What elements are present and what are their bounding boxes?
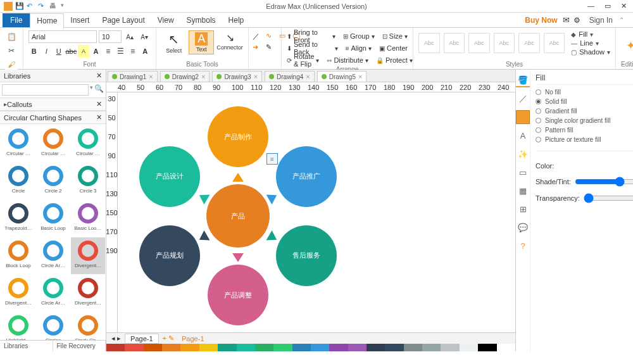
- find-icon[interactable]: ✦: [626, 39, 633, 53]
- diagram-node[interactable]: 产品调整: [208, 265, 268, 325]
- tab-symbols[interactable]: Symbols: [180, 13, 222, 27]
- font-color-button[interactable]: A: [91, 45, 101, 58]
- palette-color[interactable]: [292, 344, 311, 351]
- fill-option[interactable]: Gradient fill: [536, 106, 633, 116]
- line-shape-icon[interactable]: ／: [253, 32, 264, 41]
- line-spacing-button[interactable]: ☰: [115, 45, 126, 58]
- style-preset[interactable]: Abc: [418, 33, 440, 53]
- diagram-node[interactable]: 产品设计: [139, 146, 200, 207]
- highlight-button[interactable]: A: [78, 45, 89, 58]
- shape-stencil[interactable]: Circular …: [36, 125, 70, 162]
- shape-stencil[interactable]: Divergent…: [71, 275, 105, 311]
- print-icon[interactable]: 🖶: [49, 2, 58, 11]
- shape-stencil[interactable]: Circular …: [1, 125, 35, 162]
- add-page-icon[interactable]: + ✎: [163, 334, 174, 342]
- maximize-button[interactable]: ▭: [605, 2, 611, 10]
- cut-icon[interactable]: ✂: [5, 44, 18, 57]
- pencil-icon[interactable]: ✎: [266, 43, 277, 51]
- style-preset[interactable]: Abc: [544, 33, 565, 53]
- rotate-button[interactable]: ⟳ Rotate & Flip ▾: [287, 54, 319, 66]
- tab-insert[interactable]: Insert: [64, 13, 96, 27]
- undo-icon[interactable]: ↶: [27, 2, 35, 11]
- color-palette-row[interactable]: [106, 344, 515, 351]
- doc-tab[interactable]: Drawing1 ×: [108, 71, 158, 82]
- fill-dropdown[interactable]: ◆ Fill ▾: [571, 30, 610, 38]
- text-panel-icon[interactable]: A: [516, 129, 530, 142]
- size-button[interactable]: ⊡ Size ▾: [382, 30, 408, 42]
- shape-stencil[interactable]: Stack Cir…: [71, 312, 105, 340]
- palette-color[interactable]: [404, 344, 422, 351]
- shape-stencil[interactable]: Circle 3: [71, 163, 105, 199]
- layers-icon[interactable]: ▦: [516, 184, 530, 198]
- library-search-input[interactable]: [2, 84, 89, 96]
- ribbon-collapse-icon[interactable]: ⌃: [619, 16, 624, 23]
- comment-icon[interactable]: 💬: [516, 220, 530, 234]
- tab-page-layout[interactable]: Page Layout: [96, 13, 151, 27]
- qat-more-icon[interactable]: ▾: [61, 2, 70, 11]
- palette-color[interactable]: [329, 344, 348, 351]
- line-tool-icon[interactable]: ／: [516, 92, 530, 106]
- file-menu[interactable]: File: [3, 13, 30, 27]
- search-icon[interactable]: 🔍: [94, 84, 104, 96]
- tab-libraries[interactable]: Libraries: [0, 341, 53, 351]
- shape-stencil[interactable]: Block Loop: [1, 237, 35, 274]
- sign-in-link[interactable]: Sign In: [589, 16, 613, 25]
- group-button[interactable]: ⊞ Group ▾: [343, 30, 375, 42]
- style-preset[interactable]: Abc: [518, 33, 540, 53]
- shape-stencil[interactable]: Basic Loo…: [71, 200, 105, 237]
- shape-stencil[interactable]: Trapezoid…: [1, 200, 35, 237]
- format-painter-icon[interactable]: 🖌: [5, 58, 18, 71]
- align-button[interactable]: ≡ Align ▾: [346, 42, 372, 54]
- share-icon[interactable]: ✉: [563, 15, 570, 25]
- shape-stencil[interactable]: Basic Loop: [36, 200, 70, 237]
- font-size-combo[interactable]: 10: [99, 30, 122, 43]
- palette-color[interactable]: [180, 344, 199, 351]
- palette-color[interactable]: [255, 344, 273, 351]
- bullets-button[interactable]: ≡: [103, 45, 113, 58]
- palette-color[interactable]: [460, 344, 478, 351]
- doc-tab[interactable]: Drawing2 ×: [160, 71, 210, 82]
- tab-view[interactable]: View: [151, 13, 180, 27]
- close-button[interactable]: ✕: [621, 2, 627, 10]
- shape-stencil[interactable]: Circle Ar…: [36, 275, 70, 311]
- shape-stencil[interactable]: Circle: [1, 163, 35, 199]
- palette-color[interactable]: [497, 344, 515, 351]
- fill-option[interactable]: Solid fill: [536, 97, 633, 106]
- palette-color[interactable]: [237, 344, 255, 351]
- palette-color[interactable]: [162, 344, 180, 351]
- palette-color[interactable]: [218, 344, 236, 351]
- shade-slider[interactable]: [575, 177, 633, 187]
- tab-file-recovery[interactable]: File Recovery: [53, 341, 106, 351]
- page-panel-icon[interactable]: ▭: [516, 165, 530, 179]
- effects-icon[interactable]: ✨: [516, 147, 530, 161]
- redo-icon[interactable]: ↷: [38, 2, 47, 11]
- tab-home[interactable]: Home: [30, 13, 64, 28]
- fill-option[interactable]: Single color gradient fill: [536, 116, 633, 125]
- grow-font-icon[interactable]: A▴: [123, 30, 136, 43]
- options-icon[interactable]: ⚙: [573, 16, 580, 25]
- doc-tab[interactable]: Drawing3 ×: [212, 71, 262, 82]
- select-tool[interactable]: ↖Select: [161, 30, 186, 55]
- save-icon[interactable]: 💾: [15, 2, 24, 11]
- fill-option[interactable]: No fill: [536, 87, 633, 97]
- shape-stencil[interactable]: Divergent…: [71, 237, 105, 274]
- fill-color-swatch[interactable]: [516, 110, 530, 124]
- center-button[interactable]: ▣ Center: [379, 42, 408, 54]
- italic-button[interactable]: I: [41, 45, 51, 58]
- palette-color[interactable]: [125, 344, 143, 351]
- align-text-button[interactable]: ≡: [127, 45, 138, 58]
- font-family-combo[interactable]: Arial: [28, 30, 97, 43]
- shrink-font-icon[interactable]: A▾: [138, 30, 151, 43]
- palette-color[interactable]: [199, 344, 218, 351]
- doc-tab[interactable]: Drawing5 ×: [317, 71, 367, 82]
- palette-color[interactable]: [311, 344, 329, 351]
- diagram-node[interactable]: 售后服务: [276, 225, 337, 286]
- line-dropdown[interactable]: — Line ▾: [571, 39, 610, 47]
- search-dropdown-icon[interactable]: ▾: [90, 84, 93, 96]
- curve-shape-icon[interactable]: ∿: [266, 32, 277, 41]
- canvas[interactable]: ≡ 产品产品制作产品推广售后服务产品调整产品规划产品设计: [118, 92, 515, 332]
- fill-bucket-icon[interactable]: 🪣: [516, 73, 530, 87]
- diagram-center-node[interactable]: 产品: [206, 184, 270, 248]
- diagram-node[interactable]: 产品推广: [276, 146, 337, 207]
- page-tab[interactable]: Page-1: [125, 334, 158, 344]
